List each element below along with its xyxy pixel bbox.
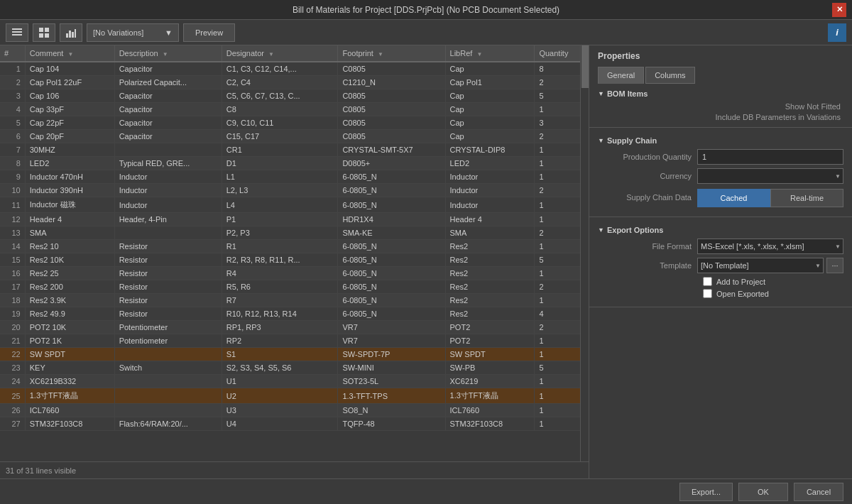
- table-row[interactable]: 11 Inductor 磁珠 Inductor L4 6-0805_N Indu…: [0, 197, 589, 213]
- cell-desc: Resistor: [114, 307, 222, 321]
- cached-button[interactable]: Cached: [697, 189, 770, 207]
- template-select[interactable]: [No Template]: [697, 258, 824, 273]
- currency-label: Currency: [598, 172, 697, 180]
- cell-desc: Header, 4-Pin: [114, 213, 222, 226]
- cell-footprint: C0805: [338, 103, 445, 116]
- add-to-project-label[interactable]: Add to Project: [716, 278, 765, 286]
- supply-chain-header: ▼ Supply Chain: [598, 136, 843, 145]
- col-num: #: [0, 45, 25, 62]
- cell-footprint: C0805: [338, 62, 445, 76]
- table-row[interactable]: 6 Cap 20pF Capacitor C15, C17 C0805 Cap …: [0, 130, 589, 143]
- preview-button[interactable]: Preview: [183, 23, 235, 42]
- table-row[interactable]: 8 LED2 Typical RED, GRE... D1 D0805+ LED…: [0, 157, 589, 170]
- cell-comment: Cap 22pF: [25, 116, 114, 130]
- cell-designator: U1: [222, 375, 338, 388]
- cell-footprint: VR7: [338, 334, 445, 348]
- cancel-button[interactable]: Cancel: [794, 483, 843, 501]
- cell-designator: RP1, RP3: [222, 321, 338, 334]
- open-exported-label[interactable]: Open Exported: [716, 290, 769, 298]
- currency-select[interactable]: [697, 168, 843, 184]
- table-row[interactable]: 26 ICL7660 U3 SO8_N ICL7660 1: [0, 404, 589, 417]
- cell-desc: Inductor: [114, 170, 222, 184]
- cell-desc: Inductor: [114, 197, 222, 213]
- cell-libref: Inductor: [445, 170, 535, 184]
- cell-comment: KEY: [25, 361, 114, 375]
- list-icon: [12, 28, 22, 38]
- realtime-button[interactable]: Real-time: [770, 189, 843, 207]
- cell-libref: POT2: [445, 321, 535, 334]
- cell-libref: Cap: [445, 116, 535, 130]
- add-to-project-checkbox[interactable]: [703, 277, 712, 286]
- table-row[interactable]: 12 Header 4 Header, 4-Pin P1 HDR1X4 Head…: [0, 213, 589, 226]
- cell-desc: Potentiometer: [114, 321, 222, 334]
- table-row[interactable]: 13 SMA P2, P3 SMA-KE SMA 2: [0, 226, 589, 240]
- cell-footprint: 6-0805_N: [338, 280, 445, 294]
- open-exported-checkbox[interactable]: [703, 289, 712, 298]
- table-row[interactable]: 10 Inductor 390nH Inductor L2, L3 6-0805…: [0, 184, 589, 197]
- cell-desc: [114, 226, 222, 240]
- chart-view-button[interactable]: [60, 23, 82, 42]
- cell-designator: CR1: [222, 143, 338, 157]
- file-format-select[interactable]: MS-Excel [*.xls, *.xlsx, *.xlsm]: [697, 239, 843, 254]
- close-button[interactable]: ✕: [832, 3, 846, 17]
- cell-desc: Resistor: [114, 267, 222, 280]
- table-row[interactable]: 19 Res2 49.9 Resistor R10, R12, R13, R14…: [0, 307, 589, 321]
- cell-desc: Resistor: [114, 253, 222, 267]
- table-row[interactable]: 15 Res2 10K Resistor R2, R3, R8, R11, R.…: [0, 253, 589, 267]
- table-row[interactable]: 16 Res2 25 Resistor R4 6-0805_N Res2 1: [0, 267, 589, 280]
- svg-rect-7: [66, 33, 68, 38]
- cell-libref: Res2: [445, 294, 535, 307]
- scrollbar-thumb[interactable]: [581, 45, 589, 88]
- group-view-button[interactable]: [33, 23, 55, 42]
- table-row[interactable]: 14 Res2 10 Resistor R1 6-0805_N Res2 1: [0, 240, 589, 253]
- table-row[interactable]: 23 KEY Switch S2, S3, S4, S5, S6 SW-MINI…: [0, 361, 589, 375]
- col-designator[interactable]: Designator ▼: [222, 45, 338, 62]
- template-more-button[interactable]: ···: [826, 258, 843, 273]
- chart-icon: [66, 28, 76, 38]
- cell-libref: Res2: [445, 307, 535, 321]
- cell-designator: C15, C17: [222, 130, 338, 143]
- window-title: Bill of Materials for Project [DDS.PrjPc…: [20, 5, 832, 15]
- table-row[interactable]: 5 Cap 22pF Capacitor C9, C10, C11 C0805 …: [0, 116, 589, 130]
- export-button[interactable]: Export...: [679, 483, 733, 501]
- currency-row: Currency ▼: [598, 168, 843, 184]
- cell-desc: Capacitor: [114, 89, 222, 103]
- ok-button[interactable]: OK: [738, 483, 788, 501]
- table-row[interactable]: 17 Res2 200 Resistor R5, R6 6-0805_N Res…: [0, 280, 589, 294]
- file-format-label: File Format: [598, 242, 697, 251]
- table-row[interactable]: 4 Cap 33pF Capacitor C8 C0805 Cap 1: [0, 103, 589, 116]
- list-view-button[interactable]: [6, 23, 28, 42]
- table-row[interactable]: 24 XC6219B332 U1 SOT23-5L XC6219 1: [0, 375, 589, 388]
- table-row[interactable]: 1 Cap 104 Capacitor C1, C3, C12, C14,...…: [0, 62, 589, 76]
- tab-general[interactable]: General: [598, 67, 644, 84]
- table-scrollbar[interactable]: [580, 45, 589, 461]
- table-row[interactable]: 25 1.3寸TFT液晶 U2 1.3-TFT-TPS 1.3寸TFT液晶 1: [0, 388, 589, 404]
- col-libref[interactable]: LibRef ▼: [445, 45, 535, 62]
- bom-items-title: BOM Items: [607, 89, 648, 98]
- template-label: Template: [598, 261, 697, 270]
- variations-dropdown[interactable]: [No Variations] ▼: [87, 23, 179, 42]
- table-row[interactable]: 2 Cap Pol1 22uF Polarized Capacit... C2,…: [0, 76, 589, 89]
- cell-libref: SW SPDT: [445, 348, 535, 361]
- table-row[interactable]: 7 30MHZ CR1 CRYSTAL-SMT-5X7 CRYSTAL-DIP8…: [0, 143, 589, 157]
- col-description[interactable]: Description ▼: [114, 45, 222, 62]
- col-footprint[interactable]: Footprint ▼: [338, 45, 445, 62]
- table-row[interactable]: 3 Cap 106 Capacitor C5, C6, C7, C13, C..…: [0, 89, 589, 103]
- table-row[interactable]: 18 Res2 3.9K Resistor R7 6-0805_N Res2 1: [0, 294, 589, 307]
- export-options-title: Export Options: [607, 226, 663, 234]
- col-comment[interactable]: Comment ▼: [25, 45, 114, 62]
- table-row[interactable]: 20 POT2 10K Potentiometer RP1, RP3 VR7 P…: [0, 321, 589, 334]
- variations-label: [No Variations]: [93, 28, 143, 37]
- cell-designator: C2, C4: [222, 76, 338, 89]
- table-row[interactable]: 27 STM32F103C8 Flash:64/RAM:20/... U4 TQ…: [0, 417, 589, 431]
- table-row[interactable]: 22 SW SPDT S1 SW-SPDT-7P SW SPDT 1: [0, 348, 589, 361]
- cell-num: 24: [0, 375, 25, 388]
- info-button[interactable]: i: [828, 23, 846, 42]
- production-qty-input[interactable]: [697, 149, 843, 165]
- tab-columns[interactable]: Columns: [645, 67, 694, 84]
- cell-libref: Cap: [445, 103, 535, 116]
- cell-num: 3: [0, 89, 25, 103]
- cell-libref: Res2: [445, 267, 535, 280]
- table-row[interactable]: 21 POT2 1K Potentiometer RP2 VR7 POT2 1: [0, 334, 589, 348]
- table-row[interactable]: 9 Inductor 470nH Inductor L1 6-0805_N In…: [0, 170, 589, 184]
